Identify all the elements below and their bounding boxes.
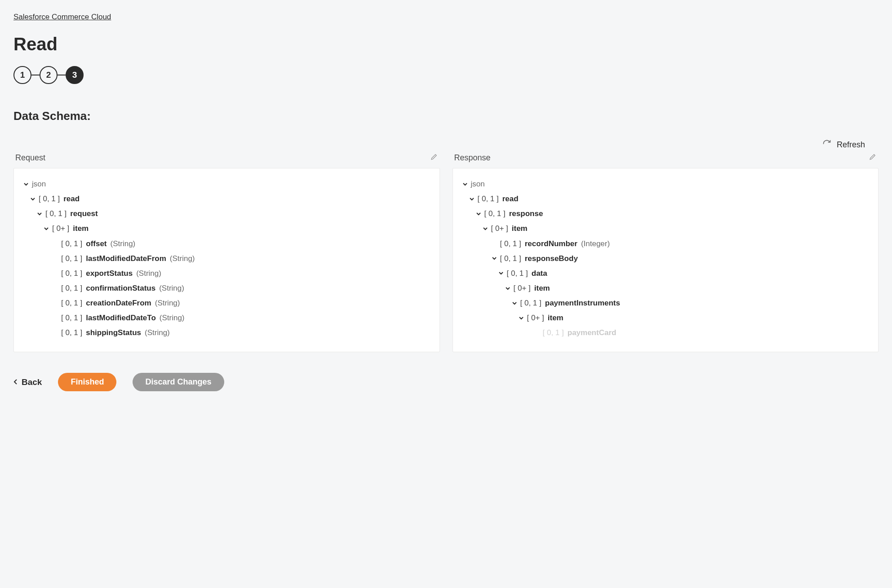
tree-leaf: [ 0, 1 ] offset (String) [23,236,430,251]
refresh-button[interactable]: Refresh [837,140,865,150]
tree-node-label: data [532,266,547,281]
breadcrumb[interactable]: Salesforce Commerce Cloud [13,13,111,22]
tree-node-cardinality: [ 0, 1 ] [39,191,60,206]
tree-node-label: recordNumber [525,236,577,251]
tree-node-cardinality: [ 0, 1 ] [61,236,82,251]
tree-node-label: json [471,177,485,191]
tree-node[interactable]: [ 0+ ] item [462,221,870,236]
page-title: Read [13,34,879,54]
tree-node-cardinality: [ 0, 1 ] [507,266,528,281]
step-3[interactable]: 3 [66,66,84,84]
tree-node-label: confirmationStatus [86,281,155,296]
tree-leaf: [ 0, 1 ] creationDateFrom (String) [23,296,430,310]
chevron-down-icon[interactable] [498,270,504,276]
edit-icon[interactable] [869,153,877,163]
tree-node-label: json [32,177,46,191]
tree-leaf: [ 0, 1 ] lastModifiedDateTo (String) [23,310,430,325]
tree-node-label: read [502,191,519,206]
tree-node-label: paymentInstruments [545,296,620,310]
tree-node-label: response [509,206,543,221]
response-panel: Response json[ 0, 1 ] read[ 0, 1 ] respo… [453,153,879,352]
tree-node[interactable]: [ 0+ ] item [462,310,870,325]
tree-node[interactable]: [ 0, 1 ] paymentInstruments [462,296,870,310]
tree-node-label: item [534,281,550,296]
tree-node[interactable]: json [23,177,430,191]
tree-node-type: (String) [170,251,195,266]
chevron-down-icon[interactable] [469,196,475,202]
tree-node-label: offset [86,236,107,251]
tree-node-label: lastModifiedDateTo [86,310,156,325]
tree-node-cardinality: [ 0+ ] [52,221,69,236]
chevron-down-icon[interactable] [482,225,488,232]
tree-leaf: [ 0, 1 ] recordNumber (Integer) [462,236,870,251]
tree-node-label: shippingStatus [86,325,141,340]
tree-node-label: responseBody [525,251,578,266]
chevron-left-icon [13,377,18,387]
request-panel-title: Request [15,153,45,163]
chevron-down-icon[interactable] [518,315,524,321]
tree-node-cardinality: [ 0, 1 ] [61,325,82,340]
tree-node-type: (Integer) [581,236,610,251]
tree-node[interactable]: [ 0, 1 ] request [23,206,430,221]
tree-leaf: [ 0, 1 ] paymentCard [462,325,870,340]
finished-button[interactable]: Finished [58,373,116,391]
tree-node[interactable]: [ 0, 1 ] read [23,191,430,206]
tree-node-type: (String) [111,236,136,251]
tree-node-label: item [548,310,564,325]
refresh-icon[interactable] [822,139,831,150]
chevron-down-icon[interactable] [505,285,511,292]
tree-node-label: paymentCard [568,325,617,340]
tree-node-cardinality: [ 0, 1 ] [520,296,541,310]
back-button[interactable]: Back [13,377,42,387]
step-connector [58,75,66,75]
tree-node-label: creationDateFrom [86,296,151,310]
tree-node[interactable]: [ 0, 1 ] response [462,206,870,221]
tree-node-type: (String) [159,281,184,296]
step-2[interactable]: 2 [40,66,58,84]
tree-node[interactable]: json [462,177,870,191]
chevron-down-icon[interactable] [511,300,518,306]
chevron-down-icon[interactable] [475,211,482,217]
tree-leaf: [ 0, 1 ] confirmationStatus (String) [23,281,430,296]
tree-node-label: read [63,191,80,206]
tree-node[interactable]: [ 0, 1 ] responseBody [462,251,870,266]
tree-node-type: (String) [136,266,161,281]
tree-node-cardinality: [ 0+ ] [514,281,531,296]
tree-node-label: item [73,221,89,236]
request-tree: json[ 0, 1 ] read[ 0, 1 ] request[ 0+ ] … [23,177,430,340]
tree-node[interactable]: [ 0, 1 ] read [462,191,870,206]
tree-node-cardinality: [ 0, 1 ] [478,191,499,206]
tree-leaf: [ 0, 1 ] shippingStatus (String) [23,325,430,340]
response-tree: json[ 0, 1 ] read[ 0, 1 ] response[ 0+ ]… [462,177,870,340]
tree-node[interactable]: [ 0+ ] item [23,221,430,236]
tree-node-label: request [70,206,98,221]
stepper: 1 2 3 [13,66,879,84]
tree-node-cardinality: [ 0, 1 ] [45,206,67,221]
tree-node-cardinality: [ 0, 1 ] [484,206,506,221]
response-panel-title: Response [454,153,491,163]
tree-node-cardinality: [ 0, 1 ] [543,325,564,340]
chevron-down-icon[interactable] [43,225,49,232]
step-connector [31,75,40,75]
back-label: Back [22,377,42,387]
chevron-down-icon[interactable] [491,255,497,261]
chevron-down-icon[interactable] [462,181,468,187]
tree-node-cardinality: [ 0, 1 ] [61,281,82,296]
tree-leaf: [ 0, 1 ] lastModifiedDateFrom (String) [23,251,430,266]
tree-node-cardinality: [ 0, 1 ] [500,236,521,251]
edit-icon[interactable] [430,153,438,163]
tree-node-cardinality: [ 0, 1 ] [500,251,521,266]
step-1[interactable]: 1 [13,66,31,84]
tree-node[interactable]: [ 0+ ] item [462,281,870,296]
request-panel: Request json[ 0, 1 ] read[ 0, 1 ] reques… [13,153,440,352]
chevron-down-icon[interactable] [30,196,36,202]
tree-node-label: item [512,221,528,236]
discard-changes-button[interactable]: Discard Changes [133,373,224,391]
chevron-down-icon[interactable] [23,181,29,187]
tree-node-cardinality: [ 0, 1 ] [61,296,82,310]
tree-node-cardinality: [ 0+ ] [491,221,508,236]
chevron-down-icon[interactable] [36,211,43,217]
tree-node-label: exportStatus [86,266,133,281]
tree-node-cardinality: [ 0, 1 ] [61,310,82,325]
tree-node[interactable]: [ 0, 1 ] data [462,266,870,281]
